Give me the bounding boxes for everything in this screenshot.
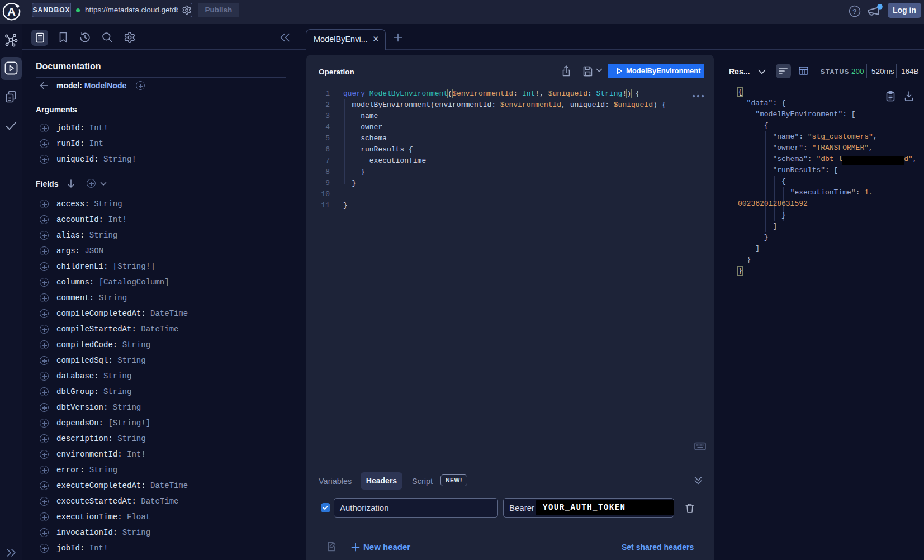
- svg-text:?: ?: [852, 8, 856, 16]
- svg-text:A: A: [7, 5, 16, 18]
